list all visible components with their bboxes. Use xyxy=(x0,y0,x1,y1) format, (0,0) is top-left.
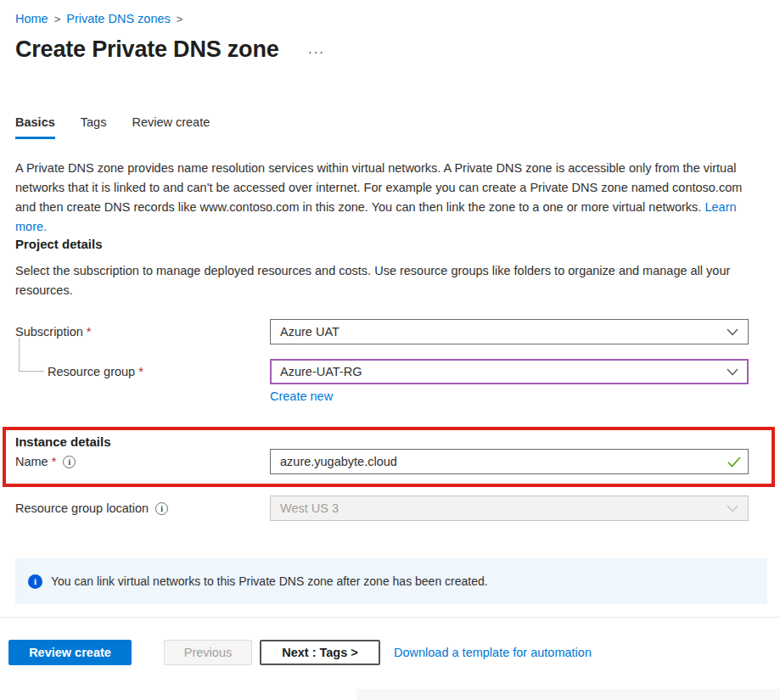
valid-check-icon xyxy=(727,456,741,468)
tab-basics[interactable]: Basics xyxy=(15,115,55,139)
previous-button[interactable]: Previous xyxy=(164,640,252,665)
next-tags-button[interactable]: Next : Tags > xyxy=(260,640,380,665)
breadcrumb-separator: > xyxy=(177,13,183,25)
resource-group-value: Azure-UAT-RG xyxy=(280,365,362,378)
subscription-label-text: Subscription xyxy=(15,325,83,339)
breadcrumb-home-link[interactable]: Home xyxy=(15,12,48,25)
info-filled-icon: i xyxy=(28,574,42,589)
create-private-dns-zone-page: Home>Private DNS zones> Create Private D… xyxy=(0,0,780,665)
dns-zone-name-input[interactable] xyxy=(270,449,749,474)
resource-group-dropdown[interactable]: Azure-UAT-RG xyxy=(270,359,749,384)
location-dropdown-disabled: West US 3 xyxy=(270,496,749,521)
footer-divider xyxy=(0,617,780,618)
name-label-text: Name xyxy=(15,455,48,468)
resource-group-label: Resource group* xyxy=(15,365,270,378)
project-details-form: Subscription* Azure UAT Resource group* … xyxy=(15,319,765,403)
info-banner: i You can link virtual networks to this … xyxy=(15,558,767,604)
tab-review-create[interactable]: Review create xyxy=(132,115,210,139)
info-icon[interactable]: i xyxy=(63,456,76,468)
project-details-description: Select the subscription to manage deploy… xyxy=(15,261,766,300)
footer-actions: Review create Previous Next : Tags > Dow… xyxy=(8,640,765,665)
chevron-down-icon xyxy=(727,328,738,336)
location-row: Resource group location i West US 3 xyxy=(15,496,765,521)
page-title: Create Private DNS zone xyxy=(15,36,279,63)
review-create-button[interactable]: Review create xyxy=(8,640,132,665)
tab-tags[interactable]: Tags xyxy=(81,115,107,139)
intro-description: A Private DNS zone provides name resolut… xyxy=(15,159,766,237)
info-banner-text: You can link virtual networks to this Pr… xyxy=(51,574,488,588)
breadcrumb: Home>Private DNS zones> xyxy=(15,12,765,26)
subscription-dropdown[interactable]: Azure UAT xyxy=(270,319,749,344)
location-value: West US 3 xyxy=(280,501,339,515)
required-asterisk: * xyxy=(87,325,92,339)
project-details-heading: Project details xyxy=(15,237,765,251)
hierarchy-connector-line xyxy=(19,338,44,372)
name-row: Name* i xyxy=(15,449,772,474)
required-asterisk: * xyxy=(52,455,57,468)
wizard-tabs: Basics Tags Review create xyxy=(15,115,765,139)
location-label: Resource group location i xyxy=(15,501,270,515)
instance-details-heading: Instance details xyxy=(15,434,772,449)
name-label: Name* i xyxy=(15,455,270,468)
intro-text: A Private DNS zone provides name resolut… xyxy=(15,161,742,214)
resource-group-label-text: Resource group xyxy=(48,365,135,378)
location-label-text: Resource group location xyxy=(15,501,149,515)
subscription-label: Subscription* xyxy=(15,325,270,339)
create-new-link[interactable]: Create new xyxy=(270,389,333,403)
breadcrumb-separator: > xyxy=(54,13,61,25)
resource-group-row: Resource group* Azure-UAT-RG xyxy=(15,359,765,384)
more-options-icon[interactable]: ··· xyxy=(308,44,325,61)
subscription-value: Azure UAT xyxy=(280,325,339,339)
chevron-down-icon xyxy=(727,505,738,512)
chevron-down-icon xyxy=(727,368,738,376)
breadcrumb-private-dns-zones-link[interactable]: Private DNS zones xyxy=(66,12,171,25)
subscription-row: Subscription* Azure UAT xyxy=(15,319,765,344)
required-asterisk: * xyxy=(138,365,143,378)
red-highlight-annotation: Instance details Name* i xyxy=(3,427,775,487)
info-icon[interactable]: i xyxy=(155,502,168,515)
bottom-background-strip xyxy=(356,689,780,700)
download-template-link[interactable]: Download a template for automation xyxy=(394,646,592,659)
